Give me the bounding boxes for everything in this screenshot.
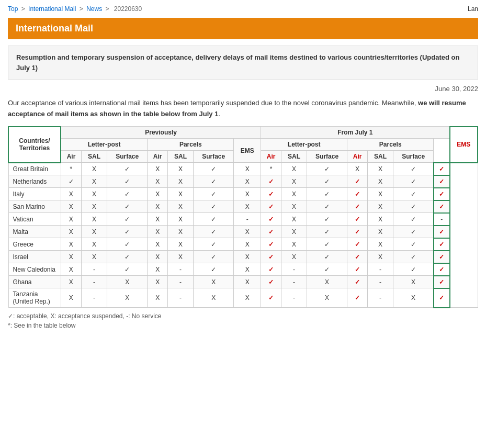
new-surface-lp: X <box>307 276 347 288</box>
breadcrumb-top[interactable]: Top <box>8 5 18 13</box>
new-air-p: ✓ <box>347 175 368 188</box>
new-sal-lp: X <box>281 175 307 188</box>
breadcrumb-news[interactable]: News <box>86 5 102 13</box>
new-surface-lp: ✓ <box>307 213 347 226</box>
new-surface-lp: ✓ <box>307 188 347 200</box>
prev-sal-p: - <box>168 276 194 288</box>
prev-ems: X <box>234 200 261 213</box>
prev-sal-lp: - <box>82 288 107 308</box>
language-label: Lan <box>468 5 478 13</box>
new-surface-p: ✓ <box>393 238 434 251</box>
prev-air-lp: X <box>61 263 82 276</box>
col-previously: Previously <box>61 127 261 139</box>
prev-surface-p: ✓ <box>194 238 234 251</box>
country-name: Ghana <box>8 276 61 288</box>
prev-surface-p: ✓ <box>194 226 234 238</box>
prev-air-p: X <box>148 226 168 238</box>
col-ems-new: EMS <box>450 127 478 163</box>
new-air-lp: * <box>261 163 281 175</box>
prev-air-lp: X <box>61 251 82 263</box>
prev-surface-lp: ✓ <box>107 251 148 263</box>
new-surface-p: ✓ <box>393 200 434 213</box>
new-sal-lp: X <box>281 188 307 200</box>
prev-sal-lp: - <box>82 263 107 276</box>
prev-ems: X <box>234 238 261 251</box>
new-air-lp: ✓ <box>261 226 281 238</box>
prev-air-p: X <box>148 251 168 263</box>
prev-air-lp: X <box>61 213 82 226</box>
new-surface-lp: ✓ <box>307 163 347 175</box>
col-sal-lp-prev: SAL <box>82 151 107 163</box>
new-sal-p: X <box>368 188 393 200</box>
new-sal-lp: - <box>281 263 307 276</box>
new-air-p: ✓ <box>347 288 368 308</box>
col-air-p-new: Air <box>347 151 368 163</box>
new-air-lp: ✓ <box>261 200 281 213</box>
prev-sal-p: X <box>168 175 194 188</box>
col-ems-prev: EMS <box>234 139 261 163</box>
country-name: Netherlands <box>8 175 61 188</box>
col-from-july: From July 1 <box>261 127 450 139</box>
new-sal-p: X <box>368 200 393 213</box>
prev-surface-lp: ✓ <box>107 163 148 175</box>
prev-ems: X <box>234 288 261 308</box>
prev-sal-p: - <box>168 288 194 308</box>
publish-date: June 30, 2022 <box>8 85 478 93</box>
col-air-p-prev: Air <box>148 151 168 163</box>
new-sal-p: X <box>368 175 393 188</box>
new-ems: ✓ <box>434 226 450 238</box>
prev-sal-p: X <box>168 188 194 200</box>
country-name: Italy <box>8 188 61 200</box>
prev-sal-p: - <box>168 263 194 276</box>
new-air-lp: ✓ <box>261 276 281 288</box>
prev-ems: X <box>234 276 261 288</box>
prev-sal-lp: X <box>82 163 107 175</box>
new-air-lp: ✓ <box>261 251 281 263</box>
new-surface-p: ✓ <box>393 263 434 276</box>
prev-surface-lp: ✓ <box>107 175 148 188</box>
new-sal-p: X <box>368 238 393 251</box>
prev-surface-lp: ✓ <box>107 188 148 200</box>
prev-surface-lp: ✓ <box>107 226 148 238</box>
prev-sal-lp: X <box>82 238 107 251</box>
new-sal-lp: X <box>281 200 307 213</box>
country-name: Israel <box>8 251 61 263</box>
prev-surface-p: ✓ <box>194 188 234 200</box>
prev-sal-lp: - <box>82 276 107 288</box>
subtitle-text: Resumption and temporary suspension of a… <box>16 53 459 72</box>
prev-surface-p: ✓ <box>194 263 234 276</box>
prev-air-p: X <box>148 288 168 308</box>
breadcrumb-international-mail[interactable]: International Mail <box>28 5 76 13</box>
prev-surface-p: ✓ <box>194 200 234 213</box>
prev-ems: X <box>234 251 261 263</box>
new-ems: ✓ <box>434 175 450 188</box>
country-name: Vatican <box>8 213 61 226</box>
new-sal-lp: X <box>281 213 307 226</box>
prev-sal-lp: X <box>82 200 107 213</box>
new-surface-lp: ✓ <box>307 200 347 213</box>
new-ems: ✓ <box>434 163 450 175</box>
new-air-p: ✓ <box>347 263 368 276</box>
new-sal-lp: X <box>281 238 307 251</box>
prev-air-lp: * <box>61 163 82 175</box>
new-air-p: ✓ <box>347 200 368 213</box>
col-surface-p-prev: Surface <box>194 151 234 163</box>
new-sal-p: - <box>368 288 393 308</box>
new-sal-p: X <box>368 251 393 263</box>
prev-air-p: X <box>148 276 168 288</box>
new-sal-p: X <box>368 163 393 175</box>
prev-air-lp: X <box>61 288 82 308</box>
country-name: San Marino <box>8 200 61 213</box>
new-surface-lp: ✓ <box>307 226 347 238</box>
breadcrumb: Top > International Mail > News > 202206… <box>8 5 478 13</box>
new-surface-lp: ✓ <box>307 238 347 251</box>
col-sal-lp-new: SAL <box>281 151 307 163</box>
col-sal-p-new: SAL <box>368 151 393 163</box>
new-air-lp: ✓ <box>261 263 281 276</box>
new-ems: - <box>434 213 450 226</box>
new-air-p: ✓ <box>347 226 368 238</box>
country-name: Greece <box>8 238 61 251</box>
new-ems: ✓ <box>434 288 450 308</box>
new-air-p: ✓ <box>347 238 368 251</box>
prev-air-lp: ✓ <box>61 175 82 188</box>
